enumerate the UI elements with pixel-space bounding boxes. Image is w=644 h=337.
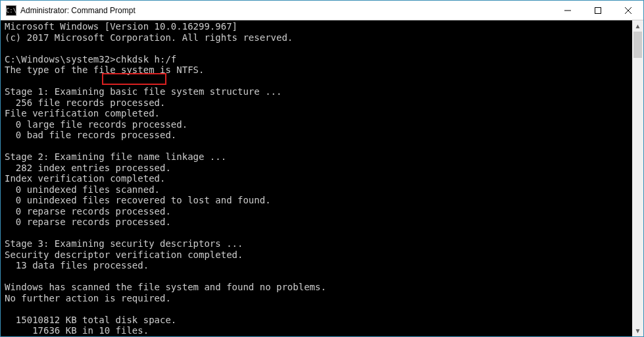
window-title: Administrator: Command Prompt: [20, 6, 136, 15]
close-button[interactable]: [613, 1, 643, 20]
scroll-down-arrow[interactable]: ▼: [632, 325, 643, 336]
svg-rect-1: [595, 7, 601, 13]
terminal-output[interactable]: Microsoft Windows [Version 10.0.16299.96…: [1, 20, 632, 336]
maximize-button[interactable]: [583, 1, 613, 20]
scroll-track[interactable]: [632, 32, 643, 325]
terminal-area: Microsoft Windows [Version 10.0.16299.96…: [1, 20, 643, 336]
minimize-button[interactable]: [553, 1, 583, 20]
titlebar[interactable]: C:\ Administrator: Command Prompt: [1, 1, 643, 20]
cmd-icon: C:\: [6, 5, 16, 16]
scrollbar[interactable]: ▲ ▼: [632, 20, 643, 336]
scroll-up-arrow[interactable]: ▲: [632, 20, 643, 32]
scroll-thumb[interactable]: [633, 32, 642, 58]
